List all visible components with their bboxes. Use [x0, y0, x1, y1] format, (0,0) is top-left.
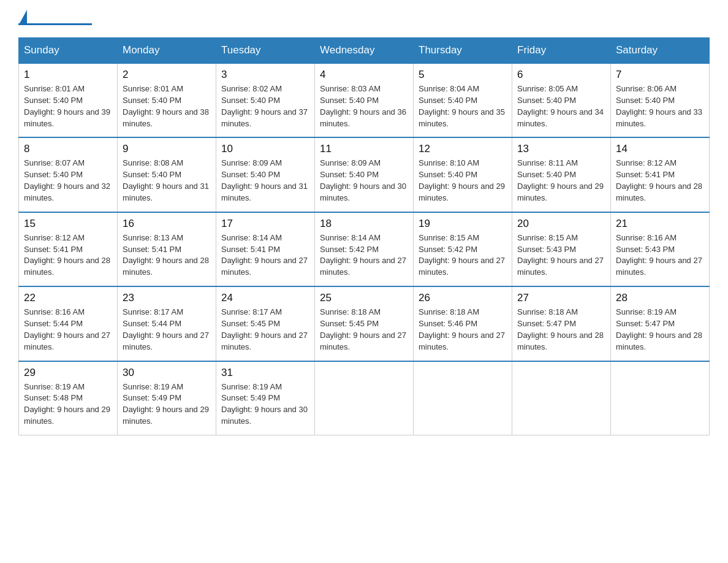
- calendar-cell: 28 Sunrise: 8:19 AM Sunset: 5:47 PM Dayl…: [611, 286, 710, 361]
- calendar-cell: 29 Sunrise: 8:19 AM Sunset: 5:48 PM Dayl…: [19, 361, 118, 435]
- day-number: 7: [616, 69, 704, 81]
- day-number: 25: [320, 292, 408, 304]
- day-info: Sunrise: 8:19 AM Sunset: 5:48 PM Dayligh…: [24, 381, 112, 427]
- day-number: 15: [24, 218, 112, 230]
- day-number: 26: [419, 292, 507, 304]
- calendar-cell: 30 Sunrise: 8:19 AM Sunset: 5:49 PM Dayl…: [118, 361, 216, 435]
- day-info: Sunrise: 8:08 AM Sunset: 5:40 PM Dayligh…: [123, 158, 211, 204]
- calendar-header-row: SundayMondayTuesdayWednesdayThursdayFrid…: [19, 38, 710, 64]
- calendar-cell: 7 Sunrise: 8:06 AM Sunset: 5:40 PM Dayli…: [611, 63, 710, 137]
- calendar-cell: 24 Sunrise: 8:17 AM Sunset: 5:45 PM Dayl…: [216, 286, 315, 361]
- day-info: Sunrise: 8:03 AM Sunset: 5:40 PM Dayligh…: [320, 83, 408, 129]
- calendar-cell: [611, 361, 710, 435]
- col-header-monday: Monday: [118, 38, 216, 64]
- calendar-cell: 25 Sunrise: 8:18 AM Sunset: 5:45 PM Dayl…: [315, 286, 414, 361]
- day-number: 16: [123, 218, 211, 230]
- logo: [18, 12, 27, 23]
- calendar-cell: 14 Sunrise: 8:12 AM Sunset: 5:41 PM Dayl…: [611, 137, 710, 212]
- day-number: 29: [24, 367, 112, 379]
- calendar-cell: 12 Sunrise: 8:10 AM Sunset: 5:40 PM Dayl…: [414, 137, 512, 212]
- day-info: Sunrise: 8:16 AM Sunset: 5:44 PM Dayligh…: [24, 307, 112, 353]
- calendar-week-row: 8 Sunrise: 8:07 AM Sunset: 5:40 PM Dayli…: [19, 137, 710, 212]
- day-info: Sunrise: 8:14 AM Sunset: 5:42 PM Dayligh…: [320, 232, 408, 278]
- day-info: Sunrise: 8:09 AM Sunset: 5:40 PM Dayligh…: [221, 158, 309, 204]
- calendar-cell: 31 Sunrise: 8:19 AM Sunset: 5:49 PM Dayl…: [216, 361, 315, 435]
- day-info: Sunrise: 8:18 AM Sunset: 5:45 PM Dayligh…: [320, 307, 408, 353]
- day-number: 14: [616, 143, 704, 155]
- day-number: 28: [616, 292, 704, 304]
- day-info: Sunrise: 8:12 AM Sunset: 5:41 PM Dayligh…: [616, 158, 704, 204]
- day-info: Sunrise: 8:14 AM Sunset: 5:41 PM Dayligh…: [221, 232, 309, 278]
- calendar-cell: [414, 361, 512, 435]
- day-info: Sunrise: 8:10 AM Sunset: 5:40 PM Dayligh…: [419, 158, 507, 204]
- day-info: Sunrise: 8:02 AM Sunset: 5:40 PM Dayligh…: [221, 83, 309, 129]
- day-info: Sunrise: 8:09 AM Sunset: 5:40 PM Dayligh…: [320, 158, 408, 204]
- calendar-cell: 23 Sunrise: 8:17 AM Sunset: 5:44 PM Dayl…: [118, 286, 216, 361]
- day-info: Sunrise: 8:17 AM Sunset: 5:44 PM Dayligh…: [123, 307, 211, 353]
- day-info: Sunrise: 8:16 AM Sunset: 5:43 PM Dayligh…: [616, 232, 704, 278]
- day-number: 2: [123, 69, 211, 81]
- logo-triangle-icon: [20, 10, 27, 23]
- logo-area: [18, 12, 92, 25]
- day-number: 9: [123, 143, 211, 155]
- day-number: 12: [419, 143, 507, 155]
- day-number: 19: [419, 218, 507, 230]
- day-number: 4: [320, 69, 408, 81]
- day-info: Sunrise: 8:19 AM Sunset: 5:49 PM Dayligh…: [123, 381, 211, 427]
- day-number: 11: [320, 143, 408, 155]
- day-info: Sunrise: 8:19 AM Sunset: 5:49 PM Dayligh…: [221, 381, 309, 427]
- day-info: Sunrise: 8:05 AM Sunset: 5:40 PM Dayligh…: [517, 83, 605, 129]
- calendar-cell: 4 Sunrise: 8:03 AM Sunset: 5:40 PM Dayli…: [315, 63, 414, 137]
- day-info: Sunrise: 8:06 AM Sunset: 5:40 PM Dayligh…: [616, 83, 704, 129]
- col-header-wednesday: Wednesday: [315, 38, 414, 64]
- calendar-week-row: 1 Sunrise: 8:01 AM Sunset: 5:40 PM Dayli…: [19, 63, 710, 137]
- calendar-cell: 17 Sunrise: 8:14 AM Sunset: 5:41 PM Dayl…: [216, 212, 315, 286]
- col-header-sunday: Sunday: [19, 38, 118, 64]
- day-info: Sunrise: 8:07 AM Sunset: 5:40 PM Dayligh…: [24, 158, 112, 204]
- day-info: Sunrise: 8:11 AM Sunset: 5:40 PM Dayligh…: [517, 158, 605, 204]
- calendar-cell: [512, 361, 611, 435]
- day-info: Sunrise: 8:18 AM Sunset: 5:47 PM Dayligh…: [517, 307, 605, 353]
- day-number: 21: [616, 218, 704, 230]
- day-number: 10: [221, 143, 309, 155]
- calendar-cell: 16 Sunrise: 8:13 AM Sunset: 5:41 PM Dayl…: [118, 212, 216, 286]
- calendar-cell: 5 Sunrise: 8:04 AM Sunset: 5:40 PM Dayli…: [414, 63, 512, 137]
- calendar-cell: 3 Sunrise: 8:02 AM Sunset: 5:40 PM Dayli…: [216, 63, 315, 137]
- calendar-cell: 11 Sunrise: 8:09 AM Sunset: 5:40 PM Dayl…: [315, 137, 414, 212]
- day-number: 3: [221, 69, 309, 81]
- day-number: 1: [24, 69, 112, 81]
- calendar-week-row: 29 Sunrise: 8:19 AM Sunset: 5:48 PM Dayl…: [19, 361, 710, 435]
- day-number: 23: [123, 292, 211, 304]
- day-number: 17: [221, 218, 309, 230]
- col-header-saturday: Saturday: [611, 38, 710, 64]
- day-info: Sunrise: 8:19 AM Sunset: 5:47 PM Dayligh…: [616, 307, 704, 353]
- calendar-cell: [315, 361, 414, 435]
- calendar-cell: 13 Sunrise: 8:11 AM Sunset: 5:40 PM Dayl…: [512, 137, 611, 212]
- calendar-week-row: 15 Sunrise: 8:12 AM Sunset: 5:41 PM Dayl…: [19, 212, 710, 286]
- day-number: 13: [517, 143, 605, 155]
- calendar-table: SundayMondayTuesdayWednesdayThursdayFrid…: [18, 37, 710, 435]
- day-info: Sunrise: 8:15 AM Sunset: 5:43 PM Dayligh…: [517, 232, 605, 278]
- calendar-cell: 19 Sunrise: 8:15 AM Sunset: 5:42 PM Dayl…: [414, 212, 512, 286]
- day-number: 8: [24, 143, 112, 155]
- col-header-thursday: Thursday: [414, 38, 512, 64]
- calendar-cell: 18 Sunrise: 8:14 AM Sunset: 5:42 PM Dayl…: [315, 212, 414, 286]
- day-info: Sunrise: 8:15 AM Sunset: 5:42 PM Dayligh…: [419, 232, 507, 278]
- day-info: Sunrise: 8:18 AM Sunset: 5:46 PM Dayligh…: [419, 307, 507, 353]
- calendar-cell: 27 Sunrise: 8:18 AM Sunset: 5:47 PM Dayl…: [512, 286, 611, 361]
- day-number: 22: [24, 292, 112, 304]
- day-number: 6: [517, 69, 605, 81]
- calendar-cell: 8 Sunrise: 8:07 AM Sunset: 5:40 PM Dayli…: [19, 137, 118, 212]
- calendar-cell: 21 Sunrise: 8:16 AM Sunset: 5:43 PM Dayl…: [611, 212, 710, 286]
- calendar-cell: 1 Sunrise: 8:01 AM Sunset: 5:40 PM Dayli…: [19, 63, 118, 137]
- calendar-cell: 10 Sunrise: 8:09 AM Sunset: 5:40 PM Dayl…: [216, 137, 315, 212]
- day-number: 24: [221, 292, 309, 304]
- calendar-cell: 2 Sunrise: 8:01 AM Sunset: 5:40 PM Dayli…: [118, 63, 216, 137]
- day-info: Sunrise: 8:12 AM Sunset: 5:41 PM Dayligh…: [24, 232, 112, 278]
- calendar-cell: 15 Sunrise: 8:12 AM Sunset: 5:41 PM Dayl…: [19, 212, 118, 286]
- day-number: 20: [517, 218, 605, 230]
- calendar-cell: 26 Sunrise: 8:18 AM Sunset: 5:46 PM Dayl…: [414, 286, 512, 361]
- day-number: 18: [320, 218, 408, 230]
- day-info: Sunrise: 8:13 AM Sunset: 5:41 PM Dayligh…: [123, 232, 211, 278]
- logo-underline: [18, 23, 92, 25]
